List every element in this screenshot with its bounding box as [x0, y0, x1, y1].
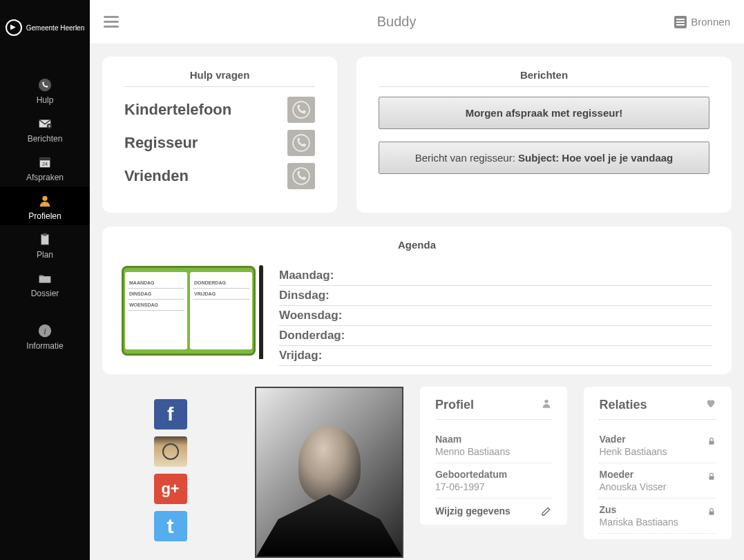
geb-label: Geboortedatum — [435, 469, 553, 480]
svg-text:24: 24 — [42, 161, 48, 167]
edit-icon — [541, 505, 552, 516]
bronnen-label: Bronnen — [691, 16, 730, 28]
nav-label: Plan — [0, 250, 90, 260]
call-kindertelefoon-button[interactable] — [287, 97, 315, 123]
svg-rect-8 — [43, 233, 47, 236]
agenda-day-woensdag: Woensdag: — [279, 306, 712, 326]
agenda-day-vrijdag: Vrijdag: — [279, 346, 712, 366]
phone-icon — [292, 167, 310, 185]
msg-text: Morgen afspraak met regisseur! — [466, 107, 623, 119]
lock-icon — [707, 436, 716, 449]
book-day: VRIJDAG — [193, 289, 249, 300]
svg-point-12 — [293, 135, 309, 151]
agenda-image: MAANDAG DINSDAG WOENSDAG DONDERDAG VRIJD… — [122, 266, 267, 363]
bronnen-button[interactable]: Bronnen — [674, 16, 730, 28]
mail-icon — [36, 116, 54, 131]
logo: Gemeente Heerlen — [6, 19, 85, 36]
nav-plan[interactable]: Plan — [0, 225, 90, 264]
nav-hulp[interactable]: Hulp — [0, 70, 90, 109]
folder-icon — [36, 271, 54, 286]
call-vrienden-button[interactable] — [287, 163, 315, 189]
nav-label: Hulp — [0, 95, 90, 105]
calendar-icon: 24 — [36, 155, 54, 170]
nav-label: Informatie — [0, 341, 90, 351]
profiel-naam-row: Naam Menno Bastiaans — [435, 428, 553, 463]
wijzig-gegevens-button[interactable]: Wijzig gegevens — [435, 499, 553, 519]
svg-point-14 — [545, 400, 549, 403]
twitter-button[interactable]: t — [154, 511, 187, 541]
call-regisseur-button[interactable] — [287, 130, 315, 156]
agenda-day-dinsdag: Dinsdag: — [279, 286, 712, 306]
berichten-card: Berichten Morgen afspraak met regisseur!… — [356, 57, 732, 213]
agenda-days: Maandag: Dinsdag: Woensdag: Donderdag: V… — [279, 266, 712, 366]
logo-text: Gemeente Heerlen — [26, 24, 85, 32]
twitter-icon: t — [167, 514, 174, 538]
lock-icon — [707, 472, 716, 484]
svg-rect-7 — [41, 235, 49, 245]
profile-photo — [255, 387, 403, 558]
nav-label: Berichten — [0, 134, 90, 144]
instagram-button[interactable] — [154, 436, 187, 467]
facebook-button[interactable]: f — [154, 399, 187, 429]
nav-berichten[interactable]: Berichten — [0, 109, 90, 148]
rel-label: Vader — [599, 434, 716, 445]
hulp-card: Hulp vragen Kindertelefoon Regisseur Vri… — [102, 57, 337, 213]
hulp-row-kindertelefoon: Kindertelefoon — [124, 97, 315, 123]
nav-dossier[interactable]: Dossier — [0, 264, 90, 302]
list-icon — [674, 16, 687, 28]
googleplus-button[interactable]: g+ — [154, 474, 187, 504]
hulp-title: Hulp vragen — [124, 69, 315, 87]
bericht-afspraak[interactable]: Morgen afspraak met regisseur! — [379, 97, 709, 129]
phone-icon — [292, 101, 310, 119]
msg-subject: Subject: Hoe voel je je vandaag — [518, 152, 673, 164]
phone-icon — [292, 134, 310, 152]
social-links: f g+ t — [102, 387, 238, 541]
relatie-zus-row: Zus Mariska Bastiaans — [599, 499, 716, 534]
naam-label: Naam — [435, 434, 553, 445]
relaties-card: Relaties Vader Henk Bastiaans Moeder Ano… — [584, 387, 732, 539]
svg-text:i: i — [44, 327, 46, 336]
facebook-icon: f — [167, 403, 173, 425]
agenda-book-icon: MAANDAG DINSDAG WOENSDAG DONDERDAG VRIJD… — [122, 266, 256, 356]
person-icon — [36, 193, 54, 209]
nav-informatie[interactable]: i Informatie — [0, 316, 90, 355]
agenda-day-maandag: Maandag: — [279, 266, 712, 286]
bericht-regisseur[interactable]: Bericht van regisseur: Subject: Hoe voel… — [379, 142, 709, 174]
relatie-moeder-row: Moeder Anouska Visser — [599, 463, 716, 499]
hulp-label: Kindertelefoon — [124, 101, 231, 119]
hulp-label: Vrienden — [124, 167, 189, 185]
page-title: Buddy — [377, 14, 417, 30]
svg-point-13 — [293, 168, 309, 184]
svg-point-0 — [39, 79, 51, 91]
rel-value: Henk Bastiaans — [599, 446, 716, 457]
berichten-title: Berichten — [379, 69, 709, 87]
nav-afspraken[interactable]: 24 Afspraken — [0, 148, 90, 186]
content: Hulp vragen Kindertelefoon Regisseur Vri… — [90, 44, 744, 560]
rel-label: Moeder — [599, 469, 716, 480]
phone-circle-icon — [36, 77, 54, 93]
rel-label: Zus — [599, 504, 716, 515]
svg-point-11 — [293, 102, 309, 118]
relatie-vader-row: Vader Henk Bastiaans — [599, 428, 716, 463]
info-icon: i — [36, 323, 54, 338]
menu-button[interactable] — [104, 16, 119, 28]
googleplus-icon: g+ — [161, 480, 179, 498]
nav-label: Afspraken — [0, 173, 90, 182]
profiel-geb-row: Geboortedatum 17-06-1997 — [435, 463, 553, 499]
hulp-label: Regisseur — [124, 134, 198, 152]
lock-icon — [707, 507, 716, 519]
person-icon — [541, 398, 552, 412]
nav-profielen[interactable]: Profielen — [0, 186, 90, 225]
clipboard-icon — [36, 232, 54, 247]
nav-label: Profielen — [0, 211, 90, 221]
sidebar: Gemeente Heerlen Hulp Berichten 24 Afspr… — [0, 0, 90, 560]
book-day: DONDERDAG — [193, 278, 249, 289]
hulp-row-regisseur: Regisseur — [124, 130, 315, 156]
logo-mark-icon — [6, 19, 22, 36]
book-day: MAANDAG — [128, 278, 184, 289]
geb-value: 17-06-1997 — [435, 481, 553, 492]
rel-value: Anouska Visser — [599, 481, 716, 492]
svg-rect-16 — [709, 476, 714, 479]
relaties-title: Relaties — [599, 398, 647, 412]
book-day: WOENSDAG — [128, 300, 184, 311]
